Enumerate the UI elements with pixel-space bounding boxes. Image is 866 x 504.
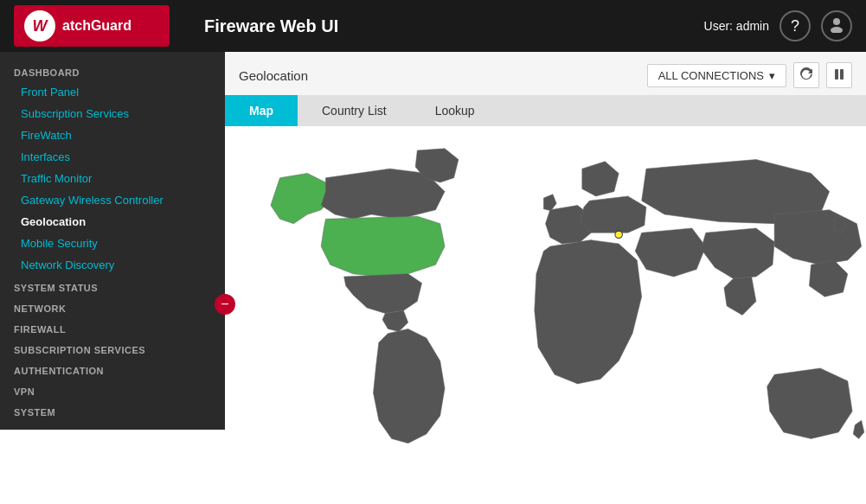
sidebar-item-interfaces[interactable]: Interfaces	[0, 146, 225, 168]
tab-map[interactable]: Map	[225, 95, 298, 126]
sidebar-section-firewall: FIREWALL	[0, 317, 225, 338]
pause-icon	[833, 68, 845, 83]
svg-rect-3	[840, 69, 844, 80]
svg-point-1	[831, 27, 843, 33]
profile-icon	[828, 16, 845, 37]
logo-text: atchGuard	[62, 18, 132, 34]
header-right: User: admin ?	[704, 10, 852, 41]
header: W atchGuard Fireware Web UI User: admin …	[0, 0, 866, 52]
dropdown-icon: ▾	[769, 69, 775, 82]
help-icon: ?	[791, 17, 799, 35]
svg-point-5	[615, 231, 622, 238]
collapse-icon: −	[221, 297, 228, 312]
sidebar-section-vpn: VPN	[0, 380, 225, 400]
sidebar-item-front-panel[interactable]: Front Panel	[0, 81, 225, 103]
profile-button[interactable]	[821, 10, 852, 41]
svg-rect-2	[835, 69, 838, 80]
refresh-button[interactable]	[793, 62, 819, 88]
app-title: Fireware Web UI	[204, 16, 704, 36]
pause-button[interactable]	[826, 62, 852, 88]
sidebar: DASHBOARD Front Panel Subscription Servi…	[0, 52, 225, 430]
sidebar-item-network-discovery[interactable]: Network Discovery	[0, 254, 225, 276]
content-header: Geolocation ALL CONNECTIONS ▾	[225, 52, 866, 95]
logo-area: W atchGuard	[14, 5, 170, 47]
sidebar-section-subscription: SUBSCRIPTION SERVICES	[0, 338, 225, 359]
sidebar-item-traffic-monitor[interactable]: Traffic Monitor	[0, 168, 225, 189]
map-container	[225, 126, 866, 504]
tabs-bar: Map Country List Lookup	[225, 95, 866, 126]
user-label: User: admin	[704, 19, 769, 33]
sidebar-item-geolocation[interactable]: Geolocation	[0, 211, 225, 233]
sidebar-collapse-button[interactable]: −	[215, 294, 235, 315]
main-layout: DASHBOARD Front Panel Subscription Servi…	[0, 52, 866, 504]
sidebar-item-gateway-wireless[interactable]: Gateway Wireless Controller	[0, 189, 225, 211]
sidebar-section-network: NETWORK	[0, 297, 225, 317]
sidebar-section-system-status: SYSTEM STATUS	[0, 276, 225, 297]
svg-point-0	[833, 18, 840, 25]
sidebar-wrapper: DASHBOARD Front Panel Subscription Servi…	[0, 52, 225, 504]
tab-lookup[interactable]: Lookup	[411, 95, 499, 126]
content-area: Geolocation ALL CONNECTIONS ▾	[225, 52, 866, 504]
connections-controls: ALL CONNECTIONS ▾	[647, 62, 852, 88]
sidebar-item-firewatch[interactable]: FireWatch	[0, 124, 225, 146]
refresh-icon	[799, 67, 813, 84]
connections-label: ALL CONNECTIONS	[658, 69, 764, 82]
page-title: Geolocation	[239, 68, 308, 83]
all-connections-button[interactable]: ALL CONNECTIONS ▾	[647, 64, 786, 87]
sidebar-section-authentication: AUTHENTICATION	[0, 359, 225, 380]
help-button[interactable]: ?	[779, 10, 811, 41]
sidebar-item-mobile-security[interactable]: Mobile Security	[0, 233, 225, 254]
world-map	[225, 126, 866, 504]
sidebar-section-system: SYSTEM	[0, 400, 225, 421]
tab-country-list[interactable]: Country List	[298, 95, 411, 126]
sidebar-item-subscription-services[interactable]: Subscription Services	[0, 103, 225, 124]
sidebar-section-dashboard: DASHBOARD	[0, 61, 225, 81]
logo-w-icon: W	[24, 10, 55, 41]
